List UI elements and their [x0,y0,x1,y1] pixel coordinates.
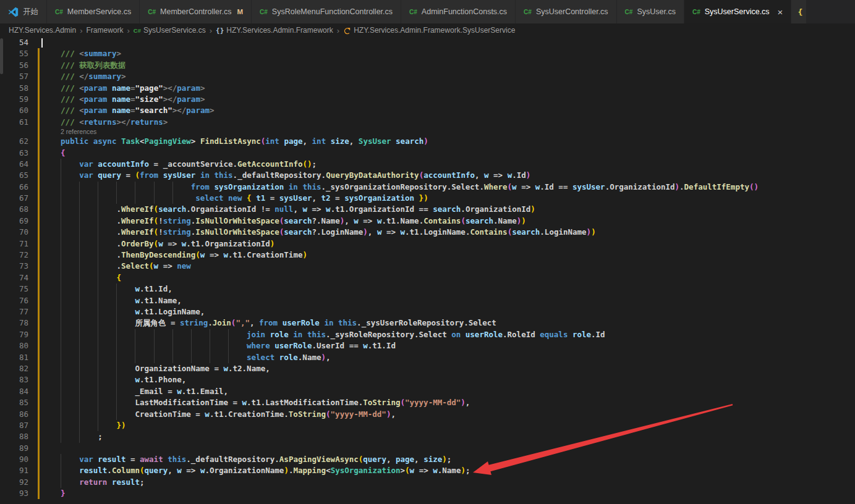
code-line-81[interactable]: 81 select role.Name), [0,352,855,363]
code-line-69[interactable]: 69 .WhereIf(!string.IsNullOrWhiteSpace(s… [0,216,855,227]
line-number[interactable]: 64 [0,159,28,170]
line-number[interactable]: 58 [0,83,28,94]
line-number[interactable]: 65 [0,170,28,181]
code-line-73[interactable]: 73 .Select(w => new [0,261,855,272]
code-line-76[interactable]: 76 w.t1.Name, [0,295,855,306]
tab-AdminFunctionConsts.cs[interactable]: C#AdminFunctionConsts.cs [401,0,515,23]
tab-SysUser.cs[interactable]: C#SysUser.cs [617,0,684,23]
line-number[interactable]: 90 [0,454,28,465]
tab-开始[interactable]: 开始 [0,0,46,23]
csharp-file-icon: C# [625,9,633,15]
line-number[interactable]: 61 [0,117,28,128]
code-line-78[interactable]: 78 所属角色 = string.Join(",", from userRole… [0,317,855,329]
breadcrumb-item[interactable]: {}HZY.Services.Admin.Framework [216,26,333,35]
breadcrumb-item[interactable]: Framework [87,26,124,35]
code-line-61[interactable]: 61 /// <returns></returns> [0,117,855,128]
codelens-references[interactable]: 2 references [61,128,855,136]
code-line-57[interactable]: 57 /// </summary> [0,71,855,82]
line-number[interactable]: 78 [0,317,28,329]
code-line-62[interactable]: 62 public async Task<PagingView> FindLis… [0,136,855,147]
line-number[interactable]: 71 [0,238,28,250]
line-number[interactable]: 91 [0,465,28,476]
line-number[interactable]: 73 [0,261,28,272]
tab-SysRoleMenuFunctionController.cs[interactable]: C#SysRoleMenuFunctionController.cs [252,0,401,23]
code-line-64[interactable]: 64 var accountInfo = _accountService.Get… [0,159,855,170]
code-line-65[interactable]: 65 var query = (from sysUser in this._de… [0,170,855,181]
breadcrumb-item[interactable]: HZY.Services.Admin.Framework.SysUserServ… [343,26,515,35]
indent [42,340,61,351]
code-line-70[interactable]: 70 .WhereIf(!string.IsNullOrWhiteSpace(s… [0,227,855,238]
line-number[interactable]: 54 [0,37,28,48]
line-number[interactable]: 72 [0,250,28,261]
csharp-file-icon: C# [148,9,156,15]
code-line-58[interactable]: 58 /// <param name="page"></param> [0,83,855,94]
code-line-82[interactable]: 82 OrganizationName = w.t2.Name, [0,363,855,374]
code-line-88[interactable]: 88 ; [0,431,855,442]
code-line-67[interactable]: 67 select new { t1 = sysUser, t2 = sysOr… [0,193,855,204]
code-line-86[interactable]: 86 CreationTime = w.t1.CreationTime.ToSt… [0,409,855,420]
tab-partial-next[interactable]: { [791,0,806,23]
code-line-90[interactable]: 90 var result = await this._defaultRepos… [0,454,855,465]
code-line-59[interactable]: 59 /// <param name="size"></param> [0,94,855,105]
line-number[interactable]: 85 [0,397,28,408]
line-number[interactable]: 74 [0,272,28,284]
line-number[interactable]: 56 [0,60,28,71]
line-number[interactable]: 68 [0,204,28,215]
code-line-77[interactable]: 77 w.t1.LoginName, [0,306,855,317]
code-line-91[interactable]: 91 result.Column(query, w => w.Organizat… [0,465,855,476]
line-number[interactable]: 79 [0,329,28,340]
line-number[interactable]: 69 [0,216,28,227]
line-number[interactable]: 81 [0,352,28,363]
line-number[interactable]: 63 [0,148,28,159]
code-line-87[interactable]: 87 }) [0,420,855,431]
code-line-83[interactable]: 83 w.t1.Phone, [0,374,855,385]
code-line-72[interactable]: 72 .ThenByDescending(w => w.t1.CreationT… [0,250,855,261]
code-line-54[interactable]: 54 [0,37,855,48]
tab-SysUserController.cs[interactable]: C#SysUserController.cs [516,0,616,23]
code-line-74[interactable]: 74 { [0,272,855,284]
code-line-66[interactable]: 66 from sysOrganization in this._sysOrga… [0,182,855,193]
line-number[interactable]: 87 [0,420,28,431]
line-number[interactable]: 59 [0,94,28,105]
line-number[interactable]: 66 [0,182,28,193]
code-line-75[interactable]: 75 w.t1.Id, [0,284,855,295]
code-line-68[interactable]: 68 .WhereIf(search.OrganizationId != nul… [0,204,855,215]
code-line-92[interactable]: 92 return result; [0,477,855,488]
code-line-93[interactable]: 93 } [0,488,855,499]
code-line-80[interactable]: 80 where userRole.UserId == w.t1.Id [0,340,855,351]
line-number[interactable]: 82 [0,363,28,374]
line-number[interactable]: 76 [0,295,28,306]
breadcrumb-item[interactable]: HZY.Services.Admin [9,26,76,35]
line-number[interactable]: 67 [0,193,28,204]
tab-MemberController.cs[interactable]: C#MemberController.csM [140,0,251,23]
line-number[interactable]: 55 [0,48,28,59]
code-line-84[interactable]: 84 _Email = w.t1.Email, [0,386,855,397]
line-number[interactable]: 75 [0,284,28,295]
line-number[interactable]: 80 [0,340,28,351]
breadcrumb-item[interactable]: C#SysUserService.cs [134,26,206,35]
line-number[interactable]: 88 [0,431,28,442]
line-number[interactable]: 92 [0,477,28,488]
line-number[interactable]: 77 [0,306,28,317]
code-line-79[interactable]: 79 join role in this._sysRoleRepository.… [0,329,855,340]
line-number[interactable]: 83 [0,374,28,385]
line-number[interactable]: 62 [0,136,28,147]
line-number[interactable]: 93 [0,488,28,499]
code-line-71[interactable]: 71 .OrderBy(w => w.t1.OrganizationId) [0,238,855,250]
line-number[interactable]: 57 [0,71,28,82]
line-number[interactable]: 86 [0,409,28,420]
tab-SysUserService.cs[interactable]: C#SysUserService.cs× [684,0,791,23]
close-icon[interactable]: × [778,7,783,17]
code-line-56[interactable]: 56 /// 获取列表数据 [0,60,855,71]
line-number[interactable]: 84 [0,386,28,397]
code-line-63[interactable]: 63 { [0,148,855,159]
code-line-55[interactable]: 55 /// <summary> [0,48,855,59]
code-editor[interactable]: 5455 /// <summary>56 /// 获取列表数据57 /// </… [0,37,855,504]
line-number[interactable]: 89 [0,443,28,454]
tab-MemberService.cs[interactable]: C#MemberService.cs [47,0,139,23]
line-number[interactable]: 70 [0,227,28,238]
line-number[interactable]: 60 [0,105,28,116]
code-line-89[interactable]: 89 [0,443,855,454]
code-line-60[interactable]: 60 /// <param name="search"></param> [0,105,855,116]
code-line-85[interactable]: 85 LastModificationTime = w.t1.LastModif… [0,397,855,408]
